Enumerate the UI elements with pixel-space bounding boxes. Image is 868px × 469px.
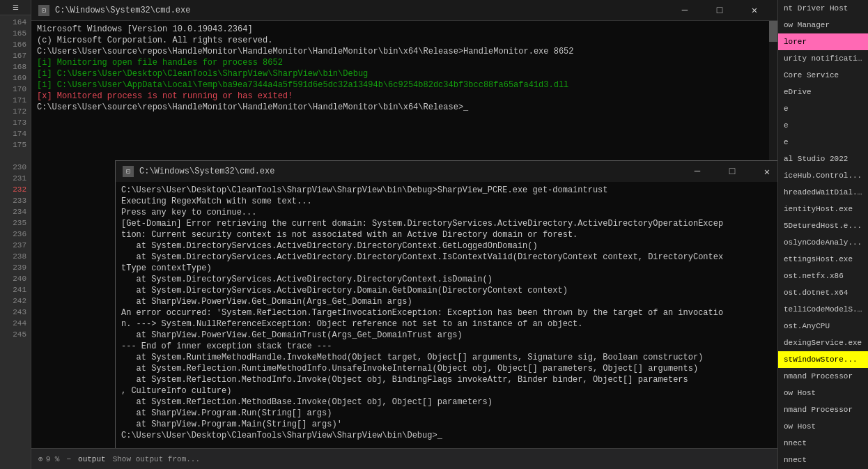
line-number: 241 bbox=[0, 284, 31, 295]
outer-cmd-window: ⊡ C:\Windows\System32\cmd.exe ─ □ ✕ Micr… bbox=[31, 0, 777, 448]
cmd-line: n. ---> System.NullReferenceException: O… bbox=[121, 318, 777, 330]
sidebar-item[interactable]: ow Host bbox=[778, 418, 868, 435]
outer-scrollbar-thumb[interactable] bbox=[769, 21, 777, 42]
inner-minimize-button[interactable]: ─ bbox=[681, 161, 713, 182]
inner-cmd-window: ⊡ C:\Windows\System32\cmd.exe ─ □ ✕ C:\U… bbox=[115, 160, 777, 448]
sidebar-item[interactable]: ettingsHost.exe bbox=[778, 251, 868, 268]
sidebar-item[interactable]: iceHub.Control... bbox=[778, 167, 868, 184]
cmd-line: at System.DirectoryServices.ActiveDirect… bbox=[121, 240, 777, 252]
sidebar-item[interactable]: oslynCodeAnaly... bbox=[778, 234, 868, 251]
sidebar-scroll-area[interactable]: nt Driver Hostow Managerlorerurity notif… bbox=[778, 0, 868, 469]
cmd-line: Executing RegexMatch with some text... bbox=[121, 196, 777, 207]
cmd-line: [i] Monitoring open file handles for pro… bbox=[37, 57, 772, 68]
inner-close-button[interactable]: ✕ bbox=[751, 161, 777, 182]
line-number: 236 bbox=[0, 229, 31, 240]
line-number: 242 bbox=[0, 295, 31, 307]
line-number: 238 bbox=[0, 251, 31, 262]
cmd-line: [i] C:\Users\User\Desktop\CleanTools\Sha… bbox=[37, 68, 772, 79]
sidebar-item[interactable]: ost.netfx.x86 bbox=[778, 268, 868, 284]
line-number bbox=[0, 151, 31, 162]
inner-window-controls[interactable]: ─ □ ✕ bbox=[681, 161, 777, 182]
line-number: 171 bbox=[0, 95, 31, 106]
sidebar-item[interactable]: e bbox=[778, 117, 868, 134]
cmd-line: at SharpView.PowerView.Get_DomainTrust(A… bbox=[121, 330, 777, 341]
cmd-line: Microsoft Windows [Version 10.0.19043.23… bbox=[37, 24, 772, 35]
outer-cmd-titlebar: ⊡ C:\Windows\System32\cmd.exe ─ □ ✕ bbox=[31, 0, 777, 21]
sidebar-item[interactable]: 5DeturedHost.e... bbox=[778, 217, 868, 234]
minimize-button[interactable]: ─ bbox=[669, 0, 701, 21]
cmd-line: [x] Monitored process is not running or … bbox=[37, 91, 772, 102]
sidebar-item[interactable]: e bbox=[778, 134, 868, 151]
cmd-line: at System.Reflection.MethodBase.Invoke(O… bbox=[121, 397, 777, 408]
sidebar-item[interactable]: ost.AnyCPU bbox=[778, 318, 868, 335]
sidebar-item[interactable]: dexingService.exe bbox=[778, 335, 868, 351]
sidebar-item[interactable]: nt Driver Host bbox=[778, 0, 868, 17]
line-number: 240 bbox=[0, 273, 31, 284]
sidebar-item[interactable]: ientityHost.exe bbox=[778, 201, 868, 217]
line-number: 243 bbox=[0, 307, 31, 318]
inner-cmd-icon: ⊡ bbox=[123, 166, 134, 177]
sidebar-item[interactable]: hreadedWaitDial... bbox=[778, 184, 868, 201]
inner-cmd-content: C:\Users\User\Desktop\CleanTools\SharpVi… bbox=[116, 182, 777, 448]
panel-header: ☰ bbox=[0, 0, 31, 15]
sidebar-item[interactable]: nmand Processor bbox=[778, 368, 868, 385]
cmd-line: at System.Reflection.RuntimeMethodInfo.U… bbox=[121, 363, 777, 374]
sidebar-item[interactable]: ow Host bbox=[778, 385, 868, 401]
line-number: 165 bbox=[0, 28, 31, 39]
cmd-line: , CultureInfo culture) bbox=[121, 385, 777, 397]
sidebar-item[interactable]: nnect bbox=[778, 435, 868, 452]
sidebar-item[interactable]: stWindowStore... bbox=[778, 351, 868, 368]
inner-cmd-titlebar: ⊡ C:\Windows\System32\cmd.exe ─ □ ✕ bbox=[116, 161, 777, 182]
sidebar-item[interactable]: ow Manager bbox=[778, 17, 868, 33]
cmd-line: An error occurred: 'System.Reflection.Ta… bbox=[121, 307, 777, 318]
zoom-icon: ⊕ bbox=[38, 454, 43, 463]
cmd-line: C:\Users\User\Desktop\CleanTools\SharpVi… bbox=[121, 185, 777, 196]
outer-window-controls[interactable]: ─ □ ✕ bbox=[669, 0, 770, 21]
line-number: 231 bbox=[0, 173, 31, 184]
sidebar-item[interactable]: nmand Processor bbox=[778, 401, 868, 418]
cmd-line: at System.DirectoryServices.ActiveDirect… bbox=[121, 274, 777, 285]
sidebar-item[interactable]: e bbox=[778, 100, 868, 117]
line-number: 239 bbox=[0, 262, 31, 273]
cmd-line: at System.DirectoryServices.ActiveDirect… bbox=[121, 252, 777, 263]
cmd-line: at SharpView.PowerView.Get_Domain(Args_G… bbox=[121, 296, 777, 307]
main-content-area: ⊡ C:\Windows\System32\cmd.exe ─ □ ✕ Micr… bbox=[31, 0, 777, 469]
sidebar-item[interactable]: al Studio 2022 bbox=[778, 151, 868, 167]
cmd-line: at System.DirectoryServices.ActiveDirect… bbox=[121, 285, 777, 296]
zoom-minus-icon[interactable]: − bbox=[66, 455, 71, 463]
sidebar-item[interactable]: nnect bbox=[778, 452, 868, 468]
line-numbers-panel: ☰ 16416516616716816917017117217317417523… bbox=[0, 0, 31, 469]
line-number: 169 bbox=[0, 72, 31, 84]
sidebar-item[interactable]: ost.dotnet.x64 bbox=[778, 284, 868, 301]
line-number: 166 bbox=[0, 39, 31, 50]
cmd-line: at System.RuntimeMethodHandle.InvokeMeth… bbox=[121, 352, 777, 363]
line-numbers-list: 1641651661671681691701711721731741752302… bbox=[0, 15, 31, 469]
outer-scrollbar[interactable] bbox=[769, 21, 777, 160]
sidebar-item[interactable]: urity notification... bbox=[778, 50, 868, 67]
outer-cmd-title: C:\Windows\System32\cmd.exe bbox=[55, 6, 669, 15]
show-output-label[interactable]: Show output from... bbox=[113, 455, 200, 463]
cmd-line: C:\Users\User\source\repos\HandleMonitor… bbox=[37, 102, 772, 113]
right-sidebar: nt Driver Hostow Managerlorerurity notif… bbox=[777, 0, 868, 469]
bottom-status-bar: ⊕ 9 % − output Show output from... bbox=[31, 448, 777, 469]
line-number: 232 bbox=[0, 184, 31, 195]
output-tab[interactable]: output bbox=[78, 455, 106, 463]
line-number: 172 bbox=[0, 106, 31, 117]
line-number: 170 bbox=[0, 84, 31, 95]
inner-cmd-title: C:\Windows\System32\cmd.exe bbox=[139, 167, 681, 176]
cmd-line: Press any key to coninue... bbox=[121, 207, 777, 218]
cmd-icon: ⊡ bbox=[38, 5, 49, 16]
maximize-button[interactable]: □ bbox=[704, 0, 736, 21]
sidebar-item[interactable]: eDrive bbox=[778, 84, 868, 100]
sidebar-item[interactable]: telliCodeModelS... bbox=[778, 301, 868, 318]
zoom-value: 9 % bbox=[46, 455, 60, 463]
line-number: 230 bbox=[0, 162, 31, 173]
sidebar-item[interactable]: lorer bbox=[778, 33, 868, 50]
inner-maximize-button[interactable]: □ bbox=[716, 161, 748, 182]
output-label: output bbox=[78, 455, 106, 463]
cmd-line: C:\Users\User\Desktop\CleanTools\SharpVi… bbox=[121, 430, 777, 441]
sidebar-item[interactable]: Core Service bbox=[778, 67, 868, 84]
close-button[interactable]: ✕ bbox=[738, 0, 770, 21]
line-number: 245 bbox=[0, 329, 31, 340]
cmd-line: --- End of inner exception stack trace -… bbox=[121, 341, 777, 352]
